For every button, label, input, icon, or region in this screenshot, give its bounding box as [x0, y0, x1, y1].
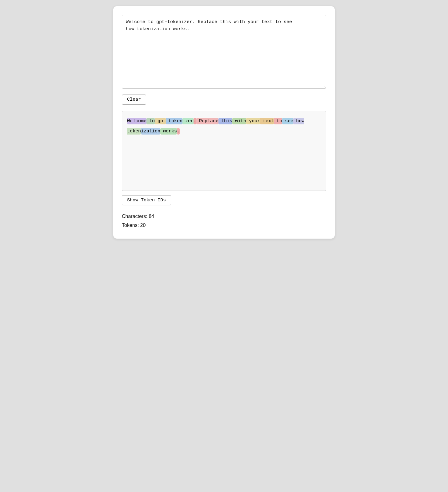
token: your	[246, 118, 260, 124]
show-token-ids-button[interactable]: Show Token IDs	[122, 195, 171, 205]
token: izer	[182, 118, 194, 124]
token: .	[194, 118, 196, 124]
token: token	[127, 128, 141, 135]
token: Welcome	[127, 118, 146, 124]
token: how	[293, 118, 304, 124]
characters-value: 84	[149, 214, 154, 219]
token: Replace	[196, 118, 218, 124]
clear-button[interactable]: Clear	[122, 95, 146, 105]
tokens-label: Tokens:	[122, 223, 139, 228]
token: this	[218, 118, 232, 124]
characters-stat: Characters: 84	[122, 212, 326, 221]
token: ization	[141, 128, 160, 135]
tokens-stat: Tokens: 20	[122, 221, 326, 230]
token: gpt	[155, 118, 166, 124]
token: see	[282, 118, 293, 124]
token-display: Welcome to gpt-tokenizer. Replace this w…	[122, 111, 326, 191]
token: text	[260, 118, 274, 124]
characters-label: Characters:	[122, 214, 147, 219]
text-input[interactable]	[122, 15, 326, 89]
token: to	[274, 118, 282, 124]
tokens-value: 20	[140, 223, 146, 228]
stats: Characters: 84 Tokens: 20	[122, 212, 326, 230]
token: to	[146, 118, 155, 124]
main-card: Clear Welcome to gpt-tokenizer. Replace …	[113, 6, 335, 239]
token: works	[160, 128, 177, 135]
token: with	[232, 118, 246, 124]
token: -token	[166, 118, 182, 124]
token: .	[177, 128, 180, 135]
